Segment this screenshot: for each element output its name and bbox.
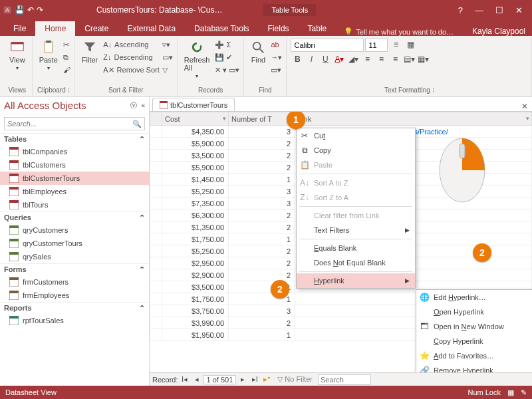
nav-item[interactable]: tblEmployees: [0, 185, 149, 198]
cell-cost[interactable]: $1,750.00: [162, 293, 229, 305]
tab-table[interactable]: Table: [299, 21, 336, 36]
row-selector[interactable]: [150, 126, 162, 138]
recnav-prev[interactable]: ◂: [192, 375, 202, 384]
row-selector[interactable]: [150, 305, 162, 317]
maximize-icon[interactable]: ☐: [495, 5, 503, 15]
recnav-new[interactable]: ▸*: [261, 375, 272, 384]
cell-cost[interactable]: $1,350.00: [162, 221, 229, 233]
recnav-search[interactable]: [318, 374, 371, 385]
cell-number[interactable]: 2: [229, 221, 295, 233]
ctx-cut[interactable]: ✂Cut: [297, 128, 415, 143]
view-button[interactable]: View▾: [7, 39, 28, 72]
cell-number[interactable]: 1: [229, 174, 295, 186]
nav-item[interactable]: qryCustomers: [0, 223, 149, 237]
row-selector[interactable]: [150, 257, 162, 269]
qat-redo-icon[interactable]: ↷: [37, 5, 43, 15]
font-select[interactable]: [291, 39, 364, 52]
filter-indicator[interactable]: ▽ No Filter: [277, 375, 313, 384]
datasheet-grid[interactable]: Cost▾ Number of T▾ Link▾ $4,350.003C:/Us…: [150, 112, 532, 372]
bold-button[interactable]: B: [291, 53, 304, 65]
tell-me-box[interactable]: 💡 Tell me what you want to do…: [344, 27, 454, 36]
alt-row-button[interactable]: ▤▾: [402, 53, 416, 65]
nav-item[interactable]: tblCustomers: [0, 158, 149, 172]
cell-cost[interactable]: $4,350.00: [162, 126, 229, 138]
row-selector[interactable]: [150, 245, 162, 257]
nav-search-input[interactable]: [7, 120, 132, 128]
cell-cost[interactable]: $3,990.00: [162, 317, 229, 329]
nav-section-forms[interactable]: Forms⌃: [0, 263, 149, 275]
nav-item[interactable]: qryCustomerTours: [0, 237, 149, 250]
delete-button[interactable]: ✕ ▾ ▭▾: [215, 64, 239, 76]
ctx-copy[interactable]: ⧉Copy: [297, 143, 415, 158]
minimize-icon[interactable]: —: [475, 5, 483, 15]
sub-open-new-window[interactable]: 🗔Open in New Window: [416, 319, 532, 334]
close-icon[interactable]: ✕: [515, 5, 523, 15]
tab-external-data[interactable]: External Data: [118, 21, 185, 36]
cell-number[interactable]: 3: [229, 186, 295, 198]
tab-database-tools[interactable]: Database Tools: [185, 21, 259, 36]
paste-button[interactable]: Paste▾: [37, 39, 61, 72]
qat-undo-icon[interactable]: ↶: [27, 5, 34, 15]
cell-number[interactable]: 3: [229, 198, 295, 209]
tab-file[interactable]: File: [4, 21, 35, 36]
row-selector[interactable]: [150, 150, 162, 162]
cell-number[interactable]: 3: [229, 126, 295, 138]
sub-edit-hyperlink[interactable]: 🌐Edit Hyperlink…: [416, 290, 532, 305]
cell-cost[interactable]: $7,350.00: [162, 198, 229, 209]
sub-copy-hyperlink[interactable]: Copy Hyperlink: [416, 334, 532, 348]
save-record-button[interactable]: 💾 ✔: [215, 51, 239, 63]
tab-fields[interactable]: Fields: [259, 21, 299, 36]
cell-cost[interactable]: $1,450.00: [162, 174, 229, 186]
recnav-position[interactable]: 1 of 501: [203, 375, 237, 384]
find-button[interactable]: Find: [248, 39, 268, 65]
nav-collapse-icon[interactable]: «: [141, 102, 145, 109]
new-record-button[interactable]: ➕ Σ: [215, 39, 239, 51]
nav-section-reports[interactable]: Reports⌃: [0, 302, 149, 314]
tab-create[interactable]: Create: [75, 21, 118, 36]
cell-cost[interactable]: $5,900.00: [162, 162, 229, 174]
cell-cost[interactable]: $1,950.00: [162, 329, 229, 341]
cell-cost[interactable]: $3,500.00: [162, 281, 229, 293]
col-cost[interactable]: Cost▾: [162, 112, 229, 126]
italic-button[interactable]: I: [305, 53, 318, 65]
cell-cost[interactable]: $1,750.00: [162, 233, 229, 245]
underline-button[interactable]: U: [319, 53, 332, 65]
view-design-icon[interactable]: ✎: [521, 388, 527, 397]
toggle-filter-button[interactable]: ▽: [162, 64, 173, 76]
col-number[interactable]: Number of T▾: [229, 112, 295, 126]
help-icon[interactable]: ?: [458, 5, 463, 15]
refresh-all-button[interactable]: Refresh All▾: [182, 39, 213, 80]
sub-add-favorites[interactable]: ⭐Add to Favorites…: [416, 348, 532, 363]
cell-cost[interactable]: $5,250.00: [162, 186, 229, 198]
tab-close-icon[interactable]: ✕: [521, 102, 532, 111]
nav-dropdown-icon[interactable]: ⓥ: [130, 101, 137, 110]
gridlines-icon[interactable]: ▦: [404, 39, 417, 51]
row-selector[interactable]: [150, 174, 162, 186]
sort-asc-button[interactable]: A↓ Ascending: [103, 39, 160, 51]
cell-cost[interactable]: $5,250.00: [162, 245, 229, 257]
col-link[interactable]: Link▾: [295, 112, 532, 126]
recnav-next[interactable]: ▸: [237, 375, 248, 384]
recnav-first[interactable]: I◂: [180, 375, 190, 384]
cell-number[interactable]: 2: [229, 150, 295, 162]
fill-color-button[interactable]: ◢▾: [346, 53, 360, 65]
cell-cost[interactable]: $3,750.00: [162, 305, 229, 317]
cell-number[interactable]: 3: [229, 305, 295, 317]
row-shading-icon[interactable]: ≡: [389, 39, 402, 51]
advanced-button[interactable]: ▭▾: [162, 51, 173, 63]
nav-item[interactable]: tblCompanies: [0, 145, 149, 158]
sub-open-hyperlink[interactable]: Open Hyperlink: [416, 305, 532, 319]
cell-number[interactable]: 2: [229, 257, 295, 269]
cell-cost[interactable]: $6,300.00: [162, 209, 229, 221]
nav-section-queries[interactable]: Queries⌃: [0, 211, 149, 223]
copy-button[interactable]: ⧉: [63, 51, 70, 63]
ctx-hyperlink[interactable]: Hyperlink▶: [297, 273, 415, 288]
selection-button[interactable]: ▿▾: [162, 39, 173, 51]
user-name[interactable]: Kayla Claypool: [472, 27, 532, 36]
row-selector[interactable]: [150, 221, 162, 233]
row-selector[interactable]: [150, 317, 162, 329]
ctx-text-filters[interactable]: Text Filters▶: [297, 223, 415, 237]
cell-number[interactable]: 2: [229, 209, 295, 221]
cell-number[interactable]: 2: [229, 245, 295, 257]
format-painter-button[interactable]: 🖌: [63, 64, 70, 76]
